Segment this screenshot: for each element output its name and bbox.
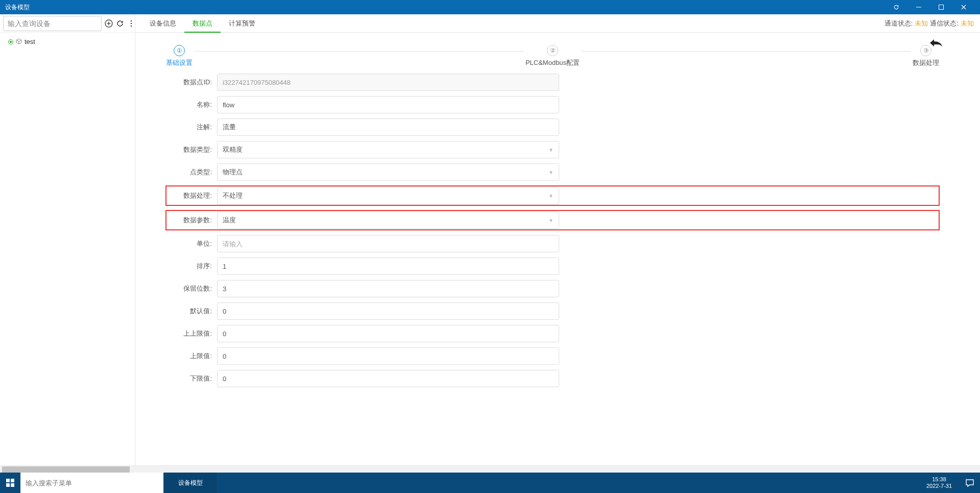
h-scrollbar[interactable] bbox=[0, 465, 980, 473]
more-icon[interactable] bbox=[126, 18, 136, 29]
label-hi: 上限值: bbox=[166, 351, 217, 361]
comm-status-value: 未知 bbox=[961, 19, 974, 28]
device-icon bbox=[15, 38, 22, 45]
add-icon[interactable] bbox=[104, 18, 114, 29]
label-lo: 下限值: bbox=[166, 374, 217, 383]
label-param: 数据参数: bbox=[166, 216, 217, 225]
refresh-icon[interactable] bbox=[885, 0, 907, 14]
channel-status-label: 通道状态: bbox=[885, 19, 913, 28]
back-icon[interactable] bbox=[929, 38, 943, 50]
maximize-button[interactable] bbox=[930, 0, 952, 14]
sidebar-toolbar bbox=[102, 18, 136, 29]
label-hh: 上上限值: bbox=[166, 329, 217, 338]
input-note[interactable] bbox=[217, 119, 559, 136]
step-2-label: PLC&Modbus配置 bbox=[525, 58, 580, 67]
svg-rect-1 bbox=[939, 5, 944, 10]
svg-point-9 bbox=[131, 25, 132, 27]
tab-calc-alert[interactable]: 计算预警 bbox=[221, 14, 264, 33]
status-bar: 通道状态: 未知 通信状态: 未知 bbox=[885, 19, 974, 28]
channel-status-value: 未知 bbox=[915, 19, 928, 28]
svg-rect-12 bbox=[6, 483, 10, 487]
taskbar-search[interactable] bbox=[20, 473, 163, 493]
input-unit[interactable] bbox=[217, 235, 559, 252]
window-buttons bbox=[885, 0, 975, 14]
svg-rect-11 bbox=[11, 479, 14, 482]
row-lo: 下限值: bbox=[166, 370, 939, 387]
step-2-num: ② bbox=[547, 45, 558, 56]
taskbar-spacer bbox=[217, 473, 919, 493]
row-dtype: 数据类型: 双精度 ▼ bbox=[166, 141, 939, 158]
row-id: 数据点ID: bbox=[166, 74, 939, 91]
h-scrollbar-thumb[interactable] bbox=[2, 466, 130, 473]
row-ptype: 点类型: 物理点 ▼ bbox=[166, 163, 939, 181]
tabs: 设备信息 数据点 计算预警 bbox=[141, 14, 264, 33]
tab-data-point[interactable]: 数据点 bbox=[184, 14, 221, 33]
select-ptype[interactable]: 物理点 ▼ bbox=[217, 163, 559, 181]
select-proc-value: 不处理 bbox=[223, 191, 243, 200]
taskbar-clock[interactable]: 15:38 2022-7-31 bbox=[919, 473, 960, 493]
svg-rect-13 bbox=[11, 483, 14, 487]
row-name: 名称: bbox=[166, 96, 939, 113]
clock-date: 2022-7-31 bbox=[926, 483, 952, 489]
task-item-label: 设备模型 bbox=[178, 479, 203, 487]
select-proc[interactable]: 不处理 ▼ bbox=[217, 187, 559, 204]
label-name: 名称: bbox=[166, 100, 217, 109]
label-default: 默认值: bbox=[166, 307, 217, 316]
chevron-down-icon: ▼ bbox=[548, 218, 554, 223]
sidebar: test bbox=[0, 14, 135, 473]
step-line-1 bbox=[195, 51, 523, 52]
tabs-row: 设备信息 数据点 计算预警 通道状态: 未知 通信状态: 未知 bbox=[135, 14, 980, 33]
tab-device-info[interactable]: 设备信息 bbox=[141, 14, 184, 33]
row-note: 注解: bbox=[166, 119, 939, 136]
input-hh[interactable] bbox=[217, 325, 559, 342]
row-proc: 数据处理: 不处理 ▼ bbox=[166, 186, 939, 205]
minimize-button[interactable] bbox=[907, 0, 930, 14]
input-id bbox=[217, 74, 559, 91]
step-basic[interactable]: ① 基础设置 bbox=[166, 45, 193, 67]
start-button[interactable] bbox=[0, 473, 20, 493]
input-name[interactable] bbox=[217, 96, 559, 113]
window-title: 设备模型 bbox=[5, 3, 885, 12]
svg-rect-10 bbox=[6, 479, 10, 482]
input-default[interactable] bbox=[217, 302, 559, 320]
device-search-input[interactable] bbox=[3, 16, 102, 31]
label-dtype: 数据类型: bbox=[166, 145, 217, 154]
step-1-label: 基础设置 bbox=[166, 58, 193, 67]
select-param[interactable]: 温度 ▼ bbox=[217, 212, 559, 229]
label-id: 数据点ID: bbox=[166, 78, 217, 87]
row-hh: 上上限值: bbox=[166, 325, 939, 342]
row-hi: 上限值: bbox=[166, 347, 939, 365]
taskbar-search-input[interactable] bbox=[26, 479, 158, 487]
close-button[interactable] bbox=[952, 0, 975, 14]
svg-point-7 bbox=[131, 20, 132, 21]
row-sort: 排序: bbox=[166, 257, 939, 275]
input-lo[interactable] bbox=[217, 370, 559, 387]
step-1-num: ① bbox=[174, 45, 185, 56]
label-unit: 单位: bbox=[166, 239, 217, 248]
label-proc: 数据处理: bbox=[166, 191, 217, 200]
form-basic: 数据点ID: 名称: 注解: 数据类型: 双精度 ▼ bbox=[166, 74, 939, 387]
input-hi[interactable] bbox=[217, 347, 559, 365]
chevron-down-icon: ▼ bbox=[548, 193, 554, 199]
content-body[interactable]: ① 基础设置 ② PLC&Modbus配置 ③ 数据处理 数据点ID: bbox=[135, 33, 980, 473]
status-dot-icon bbox=[8, 39, 13, 44]
label-ptype: 点类型: bbox=[166, 168, 217, 177]
select-dtype[interactable]: 双精度 ▼ bbox=[217, 141, 559, 158]
select-ptype-value: 物理点 bbox=[223, 168, 243, 177]
comm-status-label: 通信状态: bbox=[930, 19, 959, 28]
row-param: 数据参数: 温度 ▼ bbox=[166, 210, 939, 230]
steps: ① 基础设置 ② PLC&Modbus配置 ③ 数据处理 bbox=[166, 45, 939, 67]
input-keep[interactable] bbox=[217, 280, 559, 297]
step-plc[interactable]: ② PLC&Modbus配置 bbox=[525, 45, 580, 67]
label-sort: 排序: bbox=[166, 262, 217, 271]
taskbar: 设备模型 15:38 2022-7-31 bbox=[0, 473, 980, 493]
notifications-icon[interactable] bbox=[960, 473, 980, 493]
svg-point-8 bbox=[131, 22, 132, 24]
tree-item-test[interactable]: test bbox=[6, 37, 129, 46]
titlebar: 设备模型 bbox=[0, 0, 980, 14]
task-item-devicemodel[interactable]: 设备模型 bbox=[163, 473, 217, 493]
row-unit: 单位: bbox=[166, 235, 939, 252]
reload-icon[interactable] bbox=[115, 18, 125, 29]
input-sort[interactable] bbox=[217, 257, 559, 275]
sidebar-header bbox=[0, 14, 135, 33]
